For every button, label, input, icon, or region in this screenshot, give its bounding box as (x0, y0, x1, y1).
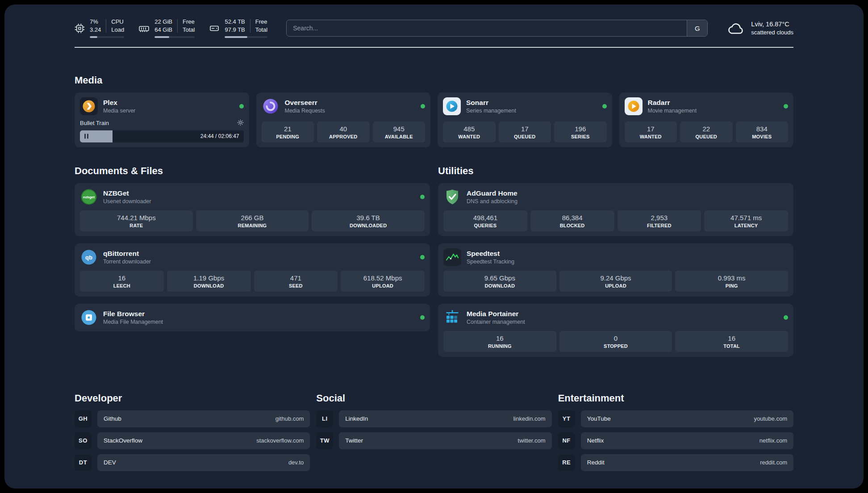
section-title-media: Media (75, 75, 793, 86)
ram-label-free: Free (183, 19, 195, 25)
weather-widget[interactable]: Lviv, 16.87°C scattered clouds (726, 21, 793, 36)
search-input[interactable] (287, 20, 687, 36)
cpu-metric: 7% 3.24 CPU Load (75, 19, 124, 38)
stat-tile: 47.571 ms LATENCY (704, 210, 788, 231)
app-desc: Media Requests (285, 108, 325, 114)
dashboard-frame: 7% 3.24 CPU Load (4, 4, 864, 489)
memory-metric: 22 GiB 64 GiB Free Total (138, 19, 195, 38)
metric-separator (177, 19, 178, 33)
bookmark-linkedin[interactable]: LI LinkedIn linkedin.com (316, 410, 551, 427)
cpu-progress-fill (90, 36, 97, 38)
bookmark-dev[interactable]: DT DEV dev.to (75, 454, 310, 471)
stat-tile: 618.52 Mbps UPLOAD (341, 271, 425, 292)
portainer-icon (443, 309, 461, 326)
app-desc: Speedtest Tracking (467, 259, 514, 265)
app-name: Radarr (648, 99, 697, 107)
app-desc: Usenet downloader (103, 198, 151, 205)
disk-progress-fill (225, 36, 247, 38)
stat-tile: 498,461 QUERIES (443, 210, 527, 231)
status-dot (421, 104, 425, 109)
stat-tile: 744.21 Mbps RATE (80, 210, 193, 231)
disk-free-value: 52.4 TB (225, 19, 245, 25)
twitter-icon: TW (316, 432, 333, 449)
stat-tile: 471 SEED (254, 271, 338, 292)
app-name: NZBGet (103, 189, 151, 197)
stat-tile: 22 QUEUED (680, 121, 733, 142)
adguard-icon (443, 188, 461, 206)
stat-tile: 945 AVAILABLE (373, 121, 426, 142)
stackoverflow-icon: SO (75, 432, 92, 449)
bookmark-url: github.com (275, 415, 304, 422)
cpu-progress-bar (90, 36, 124, 38)
app-name: Plex (103, 99, 135, 107)
stat-tile: 485 WANTED (443, 121, 496, 142)
app-card-overseerr[interactable]: Overseerr Media Requests 21 PENDING 40 A… (256, 92, 431, 147)
app-name: File Browser (103, 310, 163, 318)
bookmark-stackoverflow[interactable]: SO StackOverflow stackoverflow.com (75, 432, 310, 449)
stat-tile: 2,953 FILTERED (618, 210, 701, 231)
stat-tile: 16 LEECH (80, 271, 164, 292)
app-card-radarr[interactable]: Radarr Movie management 17 WANTED 22 QUE… (619, 92, 794, 147)
nzbget-icon: nzbget (80, 188, 98, 206)
search-bar: G (286, 20, 708, 37)
section-title-social: Social (316, 393, 551, 404)
app-card-adguard[interactable]: AdGuard Home DNS and adblocking 498,461 … (438, 183, 793, 236)
reddit-icon: RE (558, 454, 575, 471)
stat-tile: 266 GB REMAINING (196, 210, 309, 231)
svg-text:qb: qb (85, 254, 92, 261)
app-card-plex[interactable]: Plex Media server Bullet Train (75, 92, 249, 147)
disk-metric: 52.4 TB 97.9 TB Free Total (209, 19, 267, 38)
overseerr-icon (262, 97, 280, 115)
weather-condition: scattered clouds (751, 29, 793, 36)
bookmark-url: reddit.com (760, 459, 787, 466)
metric-separator (106, 19, 106, 33)
plex-icon (80, 97, 98, 115)
bookmark-youtube[interactable]: YT YouTube youtube.com (558, 410, 793, 427)
section-title-entertainment: Entertainment (558, 393, 793, 404)
ram-progress-bar (154, 36, 195, 38)
status-dot (602, 104, 607, 109)
bookmark-reddit[interactable]: RE Reddit reddit.com (558, 454, 793, 471)
stat-tile: 39.6 TB DOWNLOADED (312, 210, 425, 231)
pause-icon[interactable] (84, 134, 88, 139)
app-card-nzbget[interactable]: nzbget NZBGet Usenet downloader 744.21 M… (75, 183, 430, 236)
section-media: Media Pl (75, 75, 793, 147)
sonarr-icon (443, 97, 461, 115)
status-dot (239, 104, 244, 109)
stat-tile: 16 RUNNING (443, 331, 556, 352)
stat-tile: 9.24 Gbps UPLOAD (559, 271, 672, 292)
bookmark-name: Reddit (587, 459, 605, 466)
bookmark-netflix[interactable]: NF Netflix netflix.com (558, 432, 793, 449)
cpu-label-1: CPU (111, 19, 124, 25)
stat-tile: 16 TOTAL (675, 331, 788, 352)
radarr-icon (625, 97, 643, 115)
ram-free-value: 22 GiB (154, 19, 172, 25)
bookmark-url: linkedin.com (513, 415, 545, 422)
app-desc: Media File Management (103, 319, 163, 325)
app-desc: Torrent downloader (103, 259, 151, 265)
app-card-filebrowser[interactable]: File Browser Media File Management (75, 304, 430, 331)
bookmark-url: youtube.com (754, 415, 787, 422)
filebrowser-icon (80, 309, 98, 326)
playback-progress-bar[interactable]: 24:44 / 02:06:47 (80, 130, 244, 142)
app-card-qbittorrent[interactable]: qb qBittorrent Torrent downloader 16 LEE… (75, 243, 430, 297)
stat-tile: 0 STOPPED (559, 331, 672, 352)
bookmark-name: LinkedIn (345, 415, 368, 422)
stat-tile: 17 QUEUED (499, 121, 551, 142)
bookmark-url: twitter.com (518, 437, 546, 444)
search-engine-button[interactable]: G (687, 20, 707, 36)
bookmark-twitter[interactable]: TW Twitter twitter.com (316, 432, 551, 449)
bookmark-url: netflix.com (760, 437, 787, 444)
app-card-sonarr[interactable]: Sonarr Series management 485 WANTED 17 Q… (438, 92, 612, 147)
app-card-portainer[interactable]: Media Portainer Container management 16 … (438, 304, 793, 357)
stat-tile: 17 WANTED (625, 121, 677, 142)
bookmark-url: dev.to (288, 459, 304, 466)
app-desc: Series management (466, 108, 516, 114)
settings-icon[interactable] (237, 119, 244, 127)
bookmark-github[interactable]: GH Github github.com (75, 410, 310, 427)
stat-tile: 1.19 Gbps DOWNLOAD (167, 271, 251, 292)
app-card-speedtest[interactable]: Speedtest Speedtest Tracking 9.65 Gbps D… (438, 243, 793, 297)
section-title-utilities: Utilities (438, 165, 793, 177)
topbar: 7% 3.24 CPU Load (75, 19, 793, 38)
bookmark-name: Github (104, 415, 121, 422)
